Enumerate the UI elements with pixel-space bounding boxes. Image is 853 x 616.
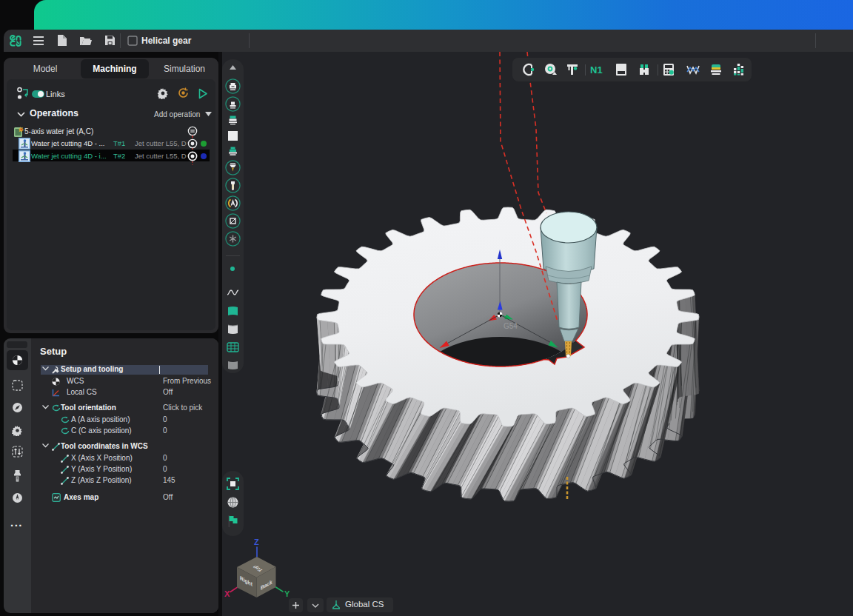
svg-text:X: X bbox=[224, 589, 230, 598]
svg-text:G54: G54 bbox=[504, 322, 518, 330]
svg-text:Y: Y bbox=[284, 589, 290, 598]
svg-text:Z: Z bbox=[254, 538, 259, 546]
